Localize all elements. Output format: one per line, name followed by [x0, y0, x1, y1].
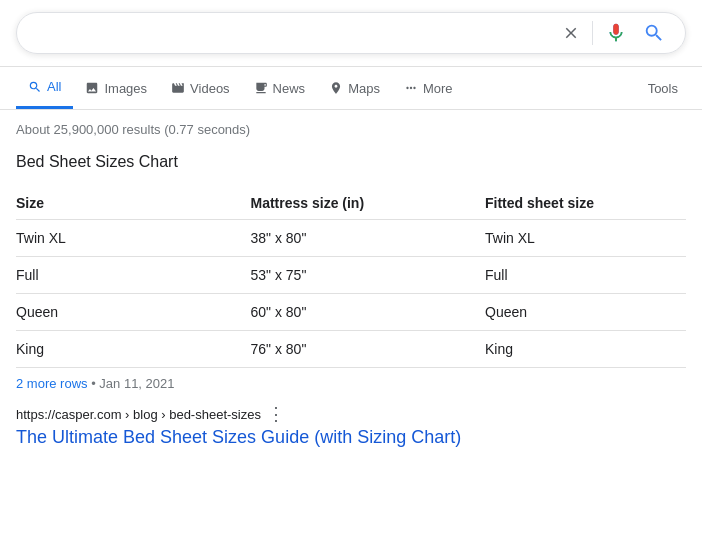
- table-title: Bed Sheet Sizes Chart: [16, 153, 686, 171]
- tab-maps[interactable]: Maps: [317, 69, 392, 108]
- col-mattress: Mattress size (in): [251, 187, 486, 220]
- divider: [592, 21, 593, 45]
- col-size: Size: [16, 187, 251, 220]
- search-button[interactable]: [639, 22, 669, 44]
- search-input[interactable]: bed sheet sizes and measurements: [33, 24, 550, 42]
- result-url-line: https://casper.com › blog › bed-sheet-si…: [16, 403, 686, 425]
- mic-icon: [605, 22, 627, 44]
- sizes-table: Size Mattress size (in) Fitted sheet siz…: [16, 187, 686, 368]
- cell-mattress: 60" x 80": [251, 294, 486, 331]
- cell-fitted: Full: [485, 257, 686, 294]
- cell-fitted: Twin XL: [485, 220, 686, 257]
- cell-size: Queen: [16, 294, 251, 331]
- more-rows-text: 2 more rows: [16, 376, 88, 391]
- search-bar: bed sheet sizes and measurements: [16, 12, 686, 54]
- tools-label: Tools: [648, 81, 678, 96]
- search-icon: [643, 22, 665, 44]
- tab-maps-label: Maps: [348, 81, 380, 96]
- cell-size: Twin XL: [16, 220, 251, 257]
- all-icon: [28, 80, 42, 94]
- tools-tab[interactable]: Tools: [640, 69, 686, 108]
- more-rows-link[interactable]: 2 more rows • Jan 11, 2021: [16, 376, 686, 391]
- news-icon: [254, 81, 268, 95]
- maps-icon: [329, 81, 343, 95]
- tab-videos[interactable]: Videos: [159, 69, 242, 108]
- images-icon: [85, 81, 99, 95]
- table-header-row: Size Mattress size (in) Fitted sheet siz…: [16, 187, 686, 220]
- videos-icon: [171, 81, 185, 95]
- cell-mattress: 53" x 75": [251, 257, 486, 294]
- voice-search-button[interactable]: [601, 22, 631, 44]
- tab-news[interactable]: News: [242, 69, 318, 108]
- tab-images[interactable]: Images: [73, 69, 159, 108]
- cell-mattress: 38" x 80": [251, 220, 486, 257]
- col-fitted: Fitted sheet size: [485, 187, 686, 220]
- result-item: https://casper.com › blog › bed-sheet-si…: [16, 403, 686, 448]
- table-row: Twin XL 38" x 80" Twin XL: [16, 220, 686, 257]
- results-container: About 25,900,000 results (0.77 seconds) …: [0, 110, 702, 456]
- search-bar-container: bed sheet sizes and measurements: [0, 0, 702, 67]
- clear-button[interactable]: [558, 24, 584, 42]
- more-icon: [404, 81, 418, 95]
- tab-all-label: All: [47, 79, 61, 94]
- result-url: https://casper.com › blog › bed-sheet-si…: [16, 407, 261, 422]
- cell-size: Full: [16, 257, 251, 294]
- table-row: Queen 60" x 80" Queen: [16, 294, 686, 331]
- results-count: About 25,900,000 results (0.77 seconds): [16, 122, 686, 137]
- table-row: King 76" x 80" King: [16, 331, 686, 368]
- tab-more-label: More: [423, 81, 453, 96]
- table-date-text: Jan 11, 2021: [99, 376, 174, 391]
- tab-images-label: Images: [104, 81, 147, 96]
- tab-more[interactable]: More: [392, 69, 465, 108]
- result-more-icon[interactable]: ⋮: [267, 403, 285, 425]
- tab-news-label: News: [273, 81, 306, 96]
- tab-all[interactable]: All: [16, 67, 73, 109]
- search-tabs: All Images Videos News Maps More Tools: [0, 67, 702, 110]
- cell-size: King: [16, 331, 251, 368]
- result-title-link[interactable]: The Ultimate Bed Sheet Sizes Guide (with…: [16, 427, 461, 447]
- cell-fitted: Queen: [485, 294, 686, 331]
- table-section: Bed Sheet Sizes Chart Size Mattress size…: [16, 153, 686, 391]
- cell-mattress: 76" x 80": [251, 331, 486, 368]
- cell-fitted: King: [485, 331, 686, 368]
- table-row: Full 53" x 75" Full: [16, 257, 686, 294]
- close-icon: [562, 24, 580, 42]
- tab-videos-label: Videos: [190, 81, 230, 96]
